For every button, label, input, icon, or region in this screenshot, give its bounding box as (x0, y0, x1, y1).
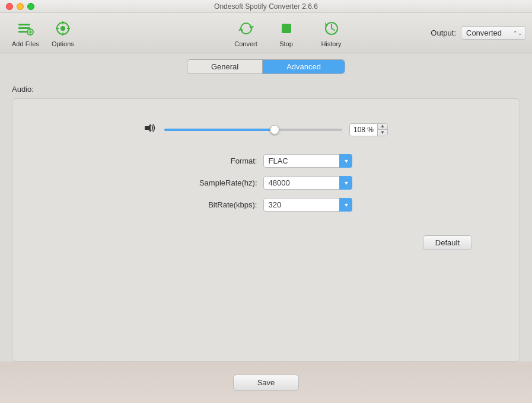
volume-stepper[interactable]: ▲ ▼ (377, 123, 387, 136)
audio-section-label: Audio: (12, 85, 520, 94)
default-button[interactable]: Default (423, 235, 472, 250)
output-dropdown[interactable]: Converted Desktop Documents (461, 26, 526, 40)
options-icon (53, 19, 72, 38)
add-files-icon (16, 19, 35, 38)
tab-group: General Advanced (187, 59, 345, 74)
volume-decrement-button[interactable]: ▼ (378, 130, 387, 136)
options-label: Options (52, 40, 74, 47)
svg-rect-12 (282, 24, 291, 33)
stop-label: Stop (279, 40, 293, 47)
sample-rate-label: SampleRate(hz): (180, 178, 257, 187)
output-section: Output: Converted Desktop Documents (431, 26, 526, 40)
bit-rate-select-wrapper: 128 192 256 320 (263, 198, 352, 212)
volume-increment-button[interactable]: ▲ (378, 123, 387, 130)
bit-rate-select[interactable]: 128 192 256 320 (263, 198, 352, 212)
slider-thumb[interactable] (270, 125, 279, 135)
stop-button[interactable]: Stop (269, 17, 304, 50)
save-button[interactable]: Save (233, 375, 300, 391)
svg-rect-2 (18, 31, 27, 33)
settings-rows: Format: FLAC MP3 AAC WAV OGG AIFF Sample… (24, 154, 508, 212)
sample-rate-select-wrapper: 44100 48000 96000 192000 (263, 176, 352, 190)
output-label: Output: (431, 28, 456, 37)
format-select[interactable]: FLAC MP3 AAC WAV OGG AIFF (263, 154, 352, 168)
window-title: Ondesoft Spotify Converter 2.6.6 (214, 2, 318, 11)
history-label: History (321, 40, 341, 47)
bit-rate-row: BitRate(kbps): 128 192 256 320 (180, 198, 352, 212)
format-select-wrapper: FLAC MP3 AAC WAV OGG AIFF (263, 154, 352, 168)
convert-stop-group: Convert Stop (228, 17, 304, 50)
volume-value: 108 % (350, 126, 377, 134)
volume-row: 108 % ▲ ▼ (24, 123, 508, 136)
sample-rate-select[interactable]: 44100 48000 96000 192000 (263, 176, 352, 190)
convert-label: Convert (234, 40, 257, 47)
history-button[interactable]: History (314, 17, 349, 50)
add-files-button[interactable]: Add Files (6, 17, 45, 50)
tabs-container: General Advanced (0, 53, 532, 79)
options-button[interactable]: Options (45, 17, 81, 50)
audio-panel: 108 % ▲ ▼ Format: FLAC MP3 AAC WAV O (12, 98, 520, 362)
convert-icon (237, 19, 256, 38)
format-label: Format: (180, 156, 257, 165)
output-dropdown-wrapper: Converted Desktop Documents (461, 26, 526, 40)
bottom-bar: Save (0, 362, 532, 403)
main-content: Audio: 108 % ▲ ▼ (0, 79, 532, 362)
add-files-label: Add Files (12, 40, 39, 47)
svg-rect-0 (18, 24, 30, 25)
svg-rect-1 (18, 27, 30, 29)
stop-icon (277, 19, 296, 38)
tab-advanced[interactable]: Advanced (263, 60, 345, 73)
tab-general[interactable]: General (187, 60, 263, 73)
minimize-button[interactable] (17, 3, 24, 10)
convert-button[interactable]: Convert (228, 17, 264, 50)
volume-icon (144, 123, 157, 136)
title-bar: Ondesoft Spotify Converter 2.6.6 (0, 0, 532, 13)
bit-rate-label: BitRate(kbps): (180, 200, 257, 209)
history-icon (322, 19, 341, 38)
default-btn-row: Default (24, 235, 508, 250)
slider-fill (164, 129, 275, 131)
maximize-button[interactable] (27, 3, 34, 10)
format-row: Format: FLAC MP3 AAC WAV OGG AIFF (180, 154, 352, 168)
svg-marker-14 (145, 124, 151, 132)
slider-track (164, 129, 342, 131)
volume-slider[interactable] (164, 124, 342, 136)
volume-value-box: 108 % ▲ ▼ (349, 123, 388, 136)
svg-point-7 (60, 26, 65, 31)
sample-rate-row: SampleRate(hz): 44100 48000 96000 192000 (180, 176, 352, 190)
toolbar: Add Files Options (0, 13, 532, 53)
close-button[interactable] (6, 3, 13, 10)
window-controls (6, 3, 34, 10)
